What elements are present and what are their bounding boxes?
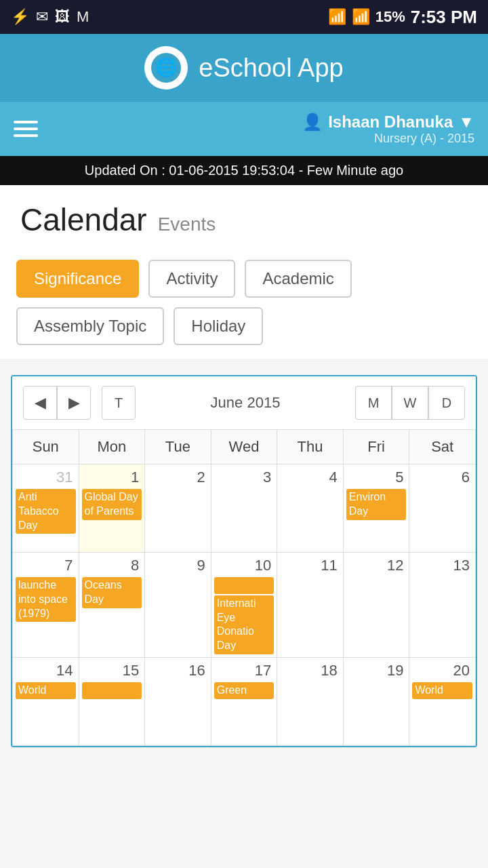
col-fri: Fri [343,430,409,465]
event-chip [214,577,274,594]
table-cell-4[interactable]: 4 [277,465,344,553]
time-display: 7:53 PM [411,7,477,28]
cal-today-button[interactable]: T [102,386,136,420]
event-chip: World [16,682,76,699]
filter-assembly[interactable]: Assembly Topic [16,307,164,345]
day-number: 16 [148,660,208,681]
table-cell-2[interactable]: 2 [145,465,211,553]
status-right-icons: 📶 📶 15% 7:53 PM [328,7,477,28]
table-cell-9[interactable]: 9 [145,553,211,658]
app-title: eSchool App [199,54,343,83]
table-cell-16[interactable]: 16 [145,657,211,745]
cal-next-button[interactable]: ▶ [57,386,91,420]
table-cell-7[interactable]: 7 launche into space (1979) [13,553,79,658]
cal-nav-group: ◀ ▶ [23,386,91,420]
day-number: 31 [16,467,76,488]
page-title-row: Calendar Events [0,185,488,249]
table-cell-31[interactable]: 31 Anti Tabacco Day [13,465,79,553]
cal-view-buttons: M W D [355,386,465,420]
gmail-icon: M [77,8,89,26]
cal-prev-button[interactable]: ◀ [23,386,57,420]
email-icon: ✉ [36,8,48,26]
table-cell-20[interactable]: 20 World [409,657,476,745]
filter-significance[interactable]: Significance [16,260,139,298]
day-number: 8 [82,555,142,576]
day-number: 10 [214,555,274,576]
table-row: 31 Anti Tabacco Day 1 Global Day of Pare… [13,465,476,553]
day-number: 5 [346,467,407,488]
day-number: 2 [148,467,208,488]
user-name: Ishaan Dhanuka [328,113,453,132]
user-name-row[interactable]: 👤 Ishaan Dhanuka ▼ [302,113,474,132]
table-cell-18[interactable]: 18 [277,657,344,745]
col-sat: Sat [409,430,476,465]
event-chip: Green [214,682,274,699]
table-cell-17[interactable]: 17 Green [211,657,277,745]
calendar-container: ◀ ▶ T June 2015 M W D Sun Mon Tue Wed Th… [11,375,477,747]
day-number: 3 [214,467,274,488]
day-number: 1 [82,467,142,488]
user-class: Nursery (A) - 2015 [374,132,474,146]
table-cell-6[interactable]: 6 [409,465,476,553]
table-cell-5[interactable]: 5 Environ Day [343,465,409,553]
table-cell-3[interactable]: 3 [211,465,277,553]
day-number: 20 [412,660,472,681]
day-number: 15 [82,660,142,681]
event-chip: Oceans Day [82,577,142,608]
day-number: 11 [280,555,340,576]
usb-icon: ⚡ [11,8,29,26]
status-left-icons: ⚡ ✉ 🖼 M [11,8,89,26]
cal-view-day[interactable]: D [428,386,465,420]
image-icon: 🖼 [55,8,70,26]
table-cell-11[interactable]: 11 [277,553,344,658]
day-number: 17 [214,660,274,681]
update-banner: Updated On : 01-06-2015 19:53:04 - Few M… [0,156,488,185]
calendar-header-row: Sun Mon Tue Wed Thu Fri Sat [13,430,476,465]
page-subtitle: Events [158,214,216,235]
user-person-icon: 👤 [302,113,323,132]
day-number: 9 [148,555,208,576]
table-cell-10[interactable]: 10 Internati Eye Donatio Day [211,553,277,658]
update-text: Updated On : 01-06-2015 19:53:04 - Few M… [85,163,403,178]
app-header: 🌐 eSchool App [0,34,488,102]
event-chip: Environ Day [346,489,407,520]
hamburger-menu[interactable] [14,121,38,137]
nav-bar: 👤 Ishaan Dhanuka ▼ Nursery (A) - 2015 [0,102,488,156]
col-mon: Mon [79,430,145,465]
signal-icon: 📶 [352,8,370,26]
dropdown-arrow-icon: ▼ [458,113,474,132]
event-chip: Internati Eye Donatio Day [214,595,274,654]
event-chip: launche into space (1979) [16,577,76,622]
table-cell-14[interactable]: 14 World [13,657,79,745]
day-number: 7 [16,555,76,576]
app-logo: 🌐 [144,46,188,90]
filter-section: Significance Activity Academic Assembly … [0,249,488,359]
table-cell-19[interactable]: 19 [343,657,409,745]
table-cell-13[interactable]: 13 [409,553,476,658]
day-number: 14 [16,660,76,681]
battery-label: 15% [375,8,405,26]
event-chip: Global Day of Parents [82,489,142,520]
day-number: 12 [346,555,407,576]
event-chip: Anti Tabacco Day [16,489,76,534]
calendar-grid: Sun Mon Tue Wed Thu Fri Sat 31 Anti Taba… [12,429,476,746]
table-cell-8[interactable]: 8 Oceans Day [79,553,145,658]
day-number: 13 [412,555,472,576]
status-bar: ⚡ ✉ 🖼 M 📶 📶 15% 7:53 PM [0,0,488,34]
wifi-icon: 📶 [328,8,346,26]
filter-activity[interactable]: Activity [148,260,235,298]
day-number: 18 [280,660,340,681]
page-title: Calendar [20,201,147,238]
cal-view-week[interactable]: W [392,386,428,420]
cal-view-month[interactable]: M [355,386,392,420]
table-cell-1[interactable]: 1 Global Day of Parents [79,465,145,553]
day-number: 4 [280,467,340,488]
filter-academic[interactable]: Academic [245,260,351,298]
calendar-header: ◀ ▶ T June 2015 M W D [12,376,476,429]
table-cell-12[interactable]: 12 [343,553,409,658]
table-cell-15[interactable]: 15 [79,657,145,745]
table-row: 7 launche into space (1979) 8 Oceans Day… [13,553,476,658]
col-sun: Sun [13,430,79,465]
svg-text:🌐: 🌐 [155,56,178,78]
filter-holiday[interactable]: Holiday [174,307,263,345]
